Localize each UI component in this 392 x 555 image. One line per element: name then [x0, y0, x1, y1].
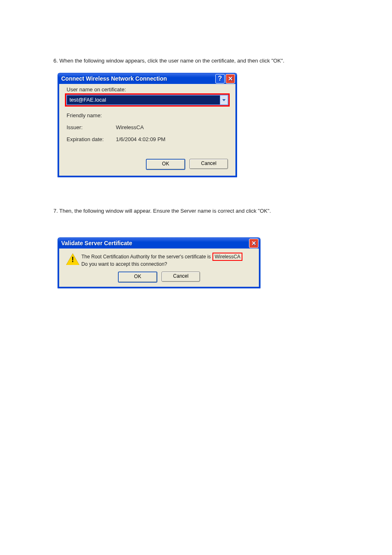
- expiration-value: 1/6/2004 4:02:09 PM: [116, 136, 166, 142]
- connect-wireless-dialog: Connect Wireless Network Connection ? ✕ …: [58, 73, 237, 177]
- validate-server-cert-dialog: Validate Server Certificate ✕ ! The Root…: [58, 237, 261, 288]
- close-icon[interactable]: ✕: [226, 74, 235, 84]
- user-cert-highlight: test@FAE.local: [65, 93, 230, 107]
- dialog-titlebar: Connect Wireless Network Connection ? ✕: [58, 73, 237, 84]
- close-icon[interactable]: ✕: [249, 239, 258, 248]
- help-icon[interactable]: ?: [215, 74, 225, 84]
- warning-icon: !: [64, 253, 81, 265]
- ok-button[interactable]: OK: [146, 159, 185, 170]
- friendly-name-label: Friendly name:: [67, 112, 116, 118]
- validate-message-line1: The Root Certification Authority for the…: [81, 254, 211, 260]
- issuer-label: Issuer:: [67, 124, 116, 130]
- instruction-step-7: 7. Then, the following window will appea…: [53, 208, 321, 214]
- user-cert-dropdown[interactable]: test@FAE.local: [66, 95, 228, 105]
- cancel-button[interactable]: Cancel: [161, 272, 200, 282]
- cancel-button[interactable]: Cancel: [189, 159, 228, 169]
- dialog-title: Connect Wireless Network Connection: [61, 75, 214, 82]
- user-cert-label: User name on certificate:: [67, 86, 230, 93]
- dialog-titlebar: Validate Server Certificate ✕: [58, 238, 260, 248]
- validate-message: The Root Certification Authority for the…: [81, 253, 254, 267]
- issuer-value: WirelessCA: [116, 124, 144, 130]
- ok-button[interactable]: OK: [118, 272, 157, 283]
- validate-message-line2: Do you want to accept this connection?: [81, 261, 167, 267]
- ca-name-highlight: WirelessCA: [212, 253, 242, 261]
- user-cert-value: test@FAE.local: [67, 95, 220, 104]
- chevron-down-icon[interactable]: [220, 95, 228, 104]
- expiration-label: Expiration date:: [67, 136, 116, 142]
- instruction-step-6: 6. When the following window appears, cl…: [53, 58, 321, 64]
- dialog-title: Validate Server Certificate: [61, 240, 248, 246]
